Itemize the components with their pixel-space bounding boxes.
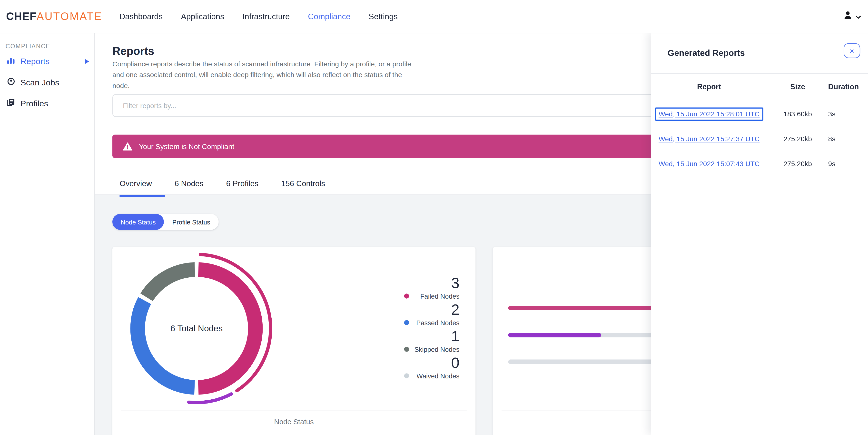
skipped-count: 1 [365,328,459,345]
skipped-dot-icon [404,347,409,352]
tab-profiles[interactable]: 6 Profiles [226,179,258,197]
report-link[interactable]: Wed, 15 Jun 2022 15:07:43 UTC [658,160,760,168]
logo-automate: AUTOMATE [37,10,102,23]
table-row: Wed, 15 Jun 2022 15:07:43 UTC 275.20kb 9… [651,151,868,176]
tab-overview[interactable]: Overview [120,179,152,197]
legend-label: Waived Nodes [365,371,459,381]
top-nav: CHEFAUTOMATE Dashboards Applications Inf… [0,0,868,33]
chef-automate-logo[interactable]: CHEFAUTOMATE [6,10,102,23]
node-status-legend: 3 Failed Nodes 2 Passed Nodes 1 Skipped … [365,275,459,381]
nav-item-settings[interactable]: Settings [369,12,398,21]
app-root: CHEFAUTOMATE Dashboards Applications Inf… [0,0,868,435]
nav-item-compliance[interactable]: Compliance [308,12,350,21]
sidebar-item-reports[interactable]: Reports [0,52,94,70]
report-duration: 9s [828,160,868,168]
bar-chart-icon [7,57,16,66]
waived-count: 0 [365,354,459,371]
warning-triangle-icon [123,142,132,150]
tab-nodes[interactable]: 6 Nodes [175,179,203,197]
page-description: Compliance reports describe the status o… [113,59,416,91]
report-tabs: Overview 6 Nodes 6 Profiles 156 Controls [120,179,325,197]
failed-count: 3 [365,275,459,291]
status-toggle: Node Status Profile Status [113,214,218,230]
report-link[interactable]: Wed, 15 Jun 2022 15:27:37 UTC [658,135,760,143]
sidebar: COMPLIANCE Reports Scan Jobs Profiles [0,33,95,435]
chevron-right-icon [85,59,90,64]
sidebar-section-label: COMPLIANCE [6,43,94,49]
tab-controls[interactable]: 156 Controls [281,179,325,197]
panel-divider [651,73,868,74]
report-size: 275.20kb [767,135,828,143]
column-header-duration: Duration [828,82,868,90]
node-status-pill[interactable]: Node Status [113,214,164,230]
node-status-card: 6 Total Nodes 3 Failed Nodes 2 Passed No… [113,247,475,435]
logo-chef: CHEF [6,10,37,23]
legend-item-failed: 3 Failed Nodes [365,275,459,301]
close-icon: × [850,47,854,55]
legend-item-skipped: 1 Skipped Nodes [365,328,459,354]
panel-title: Generated Reports [668,48,745,58]
report-size: 275.20kb [767,160,828,168]
column-header-size: Size [767,82,828,90]
legend-item-passed: 2 Passed Nodes [365,301,459,328]
table-row: Wed, 15 Jun 2022 15:27:37 UTC 275.20kb 8… [651,126,868,151]
nav-item-infrastructure[interactable]: Infrastructure [242,12,290,21]
legend-label: Failed Nodes [365,291,459,301]
failed-dot-icon [404,293,409,298]
legend-item-waived: 0 Waived Nodes [365,354,459,381]
user-menu[interactable] [843,0,861,33]
legend-label: Passed Nodes [365,318,459,328]
report-link[interactable]: Wed, 15 Jun 2022 15:28:01 UTC [655,107,764,120]
report-size: 183.60kb [767,110,828,118]
nav-items: Dashboards Applications Infrastructure C… [120,12,398,21]
close-panel-button[interactable]: × [844,43,860,58]
passed-count: 2 [365,301,459,318]
page-title: Reports [113,45,154,58]
sidebar-item-profiles[interactable]: Profiles [0,94,94,113]
table-row: Wed, 15 Jun 2022 15:28:01 UTC 183.60kb 3… [651,101,868,126]
sidebar-item-label: Scan Jobs [21,78,59,87]
profiles-icon [7,98,16,109]
bar-fill-major [508,333,601,338]
column-header-report: Report [651,82,767,90]
table-header-row: Report Size Duration [651,79,868,94]
legend-label: Skipped Nodes [365,345,459,354]
donut-center-label: 6 Total Nodes [120,252,273,405]
sidebar-item-label: Reports [21,57,50,66]
waived-dot-icon [404,373,409,378]
profile-status-pill[interactable]: Profile Status [164,214,218,230]
nav-item-applications[interactable]: Applications [181,12,224,21]
node-status-card-footer: Node Status [113,418,475,426]
sidebar-item-scan-jobs[interactable]: Scan Jobs [0,73,94,91]
card-divider [121,410,467,410]
sidebar-item-label: Profiles [21,98,48,108]
report-duration: 8s [828,135,868,143]
generated-reports-panel: Generated Reports × Report Size Duration… [651,33,868,435]
chevron-down-icon [855,11,861,22]
nav-item-dashboards[interactable]: Dashboards [120,12,163,21]
scanner-icon [7,77,16,88]
user-icon [843,10,852,22]
passed-dot-icon [404,320,409,325]
alert-text: Your System is Not Compliant [139,142,234,150]
report-duration: 3s [828,110,868,118]
generated-reports-table: Report Size Duration Wed, 15 Jun 2022 15… [651,79,868,176]
